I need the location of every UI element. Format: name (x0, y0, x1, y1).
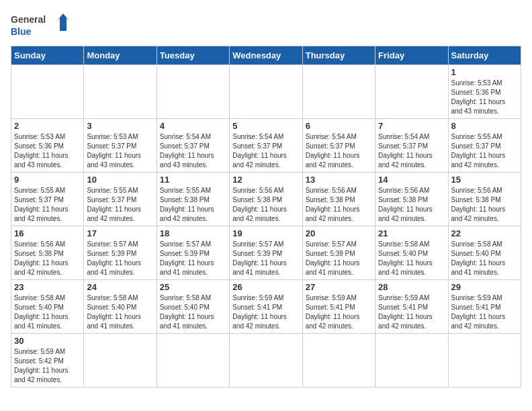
day-cell-19: 19 Sunrise: 5:57 AMSunset: 5:39 PMDaylig… (230, 226, 302, 280)
day-cell-9: 9 Sunrise: 5:55 AMSunset: 5:37 PMDayligh… (11, 173, 84, 226)
day-info: Sunrise: 5:57 AMSunset: 5:39 PMDaylight:… (160, 240, 214, 276)
day-number: 28 (378, 282, 445, 292)
day-number: 16 (14, 228, 81, 238)
day-info: Sunrise: 5:58 AMSunset: 5:40 PMDaylight:… (451, 240, 506, 276)
day-cell-2: 2 Sunrise: 5:53 AMSunset: 5:36 PMDayligh… (11, 119, 84, 173)
day-number: 9 (14, 175, 81, 185)
day-cell-16: 16 Sunrise: 5:56 AMSunset: 5:38 PMDaylig… (11, 226, 84, 280)
day-number: 22 (451, 228, 518, 238)
day-cell-7: 7 Sunrise: 5:54 AMSunset: 5:37 PMDayligh… (375, 119, 448, 173)
empty-cell (157, 65, 229, 119)
day-info: Sunrise: 5:53 AMSunset: 5:37 PMDaylight:… (87, 133, 141, 169)
day-number: 2 (14, 121, 81, 131)
day-number: 17 (87, 228, 153, 238)
header-thursday: Thursday (302, 46, 375, 65)
day-info: Sunrise: 5:56 AMSunset: 5:38 PMDaylight:… (232, 187, 287, 222)
day-info: Sunrise: 5:59 AMSunset: 5:42 PMDaylight:… (14, 348, 69, 383)
header-sunday: Sunday (11, 46, 84, 65)
day-cell-17: 17 Sunrise: 5:57 AMSunset: 5:39 PMDaylig… (84, 226, 157, 280)
weekday-header-row: Sunday Monday Tuesday Wednesday Thursday… (11, 46, 521, 65)
day-number: 13 (306, 175, 372, 185)
day-info: Sunrise: 5:54 AMSunset: 5:37 PMDaylight:… (232, 133, 287, 169)
svg-marker-2 (56, 13, 70, 31)
day-cell-8: 8 Sunrise: 5:55 AMSunset: 5:37 PMDayligh… (448, 119, 521, 173)
day-cell-11: 11 Sunrise: 5:55 AMSunset: 5:38 PMDaylig… (157, 173, 229, 226)
empty-cell (448, 334, 521, 387)
header-friday: Friday (375, 46, 448, 65)
day-info: Sunrise: 5:58 AMSunset: 5:40 PMDaylight:… (160, 294, 214, 330)
day-number: 4 (160, 121, 226, 131)
day-info: Sunrise: 5:54 AMSunset: 5:37 PMDaylight:… (378, 133, 433, 169)
day-info: Sunrise: 5:55 AMSunset: 5:37 PMDaylight:… (87, 187, 141, 222)
day-cell-6: 6 Sunrise: 5:54 AMSunset: 5:37 PMDayligh… (302, 119, 375, 173)
empty-cell (157, 334, 229, 387)
day-info: Sunrise: 5:59 AMSunset: 5:41 PMDaylight:… (451, 294, 506, 330)
day-cell-27: 27 Sunrise: 5:59 AMSunset: 5:41 PMDaylig… (302, 280, 375, 334)
day-info: Sunrise: 5:59 AMSunset: 5:41 PMDaylight:… (378, 294, 433, 330)
empty-cell (375, 65, 448, 119)
day-number: 21 (378, 228, 445, 238)
day-cell-10: 10 Sunrise: 5:55 AMSunset: 5:37 PMDaylig… (84, 173, 157, 226)
day-number: 20 (306, 228, 372, 238)
calendar-row-5: 23 Sunrise: 5:58 AMSunset: 5:40 PMDaylig… (11, 280, 521, 334)
calendar-row-3: 9 Sunrise: 5:55 AMSunset: 5:37 PMDayligh… (11, 173, 521, 226)
header-tuesday: Tuesday (157, 46, 229, 65)
day-info: Sunrise: 5:56 AMSunset: 5:38 PMDaylight:… (378, 187, 433, 222)
header-saturday: Saturday (448, 46, 521, 65)
day-info: Sunrise: 5:58 AMSunset: 5:40 PMDaylight:… (378, 240, 433, 276)
day-cell-23: 23 Sunrise: 5:58 AMSunset: 5:40 PMDaylig… (11, 280, 84, 334)
empty-cell (375, 334, 448, 387)
svg-text:Blue: Blue (11, 26, 32, 37)
day-info: Sunrise: 5:59 AMSunset: 5:41 PMDaylight:… (232, 294, 287, 330)
day-cell-15: 15 Sunrise: 5:56 AMSunset: 5:38 PMDaylig… (448, 173, 521, 226)
day-cell-3: 3 Sunrise: 5:53 AMSunset: 5:37 PMDayligh… (84, 119, 157, 173)
day-number: 7 (378, 121, 445, 131)
day-number: 18 (160, 228, 226, 238)
day-number: 3 (87, 121, 153, 131)
day-number: 25 (160, 282, 226, 292)
empty-cell (11, 65, 84, 119)
day-cell-25: 25 Sunrise: 5:58 AMSunset: 5:40 PMDaylig… (157, 280, 229, 334)
day-cell-4: 4 Sunrise: 5:54 AMSunset: 5:37 PMDayligh… (157, 119, 229, 173)
day-cell-29: 29 Sunrise: 5:59 AMSunset: 5:41 PMDaylig… (448, 280, 521, 334)
calendar-row-6: 30 Sunrise: 5:59 AMSunset: 5:42 PMDaylig… (11, 334, 521, 387)
day-number: 30 (14, 336, 81, 346)
empty-cell (84, 65, 157, 119)
day-info: Sunrise: 5:53 AMSunset: 5:36 PMDaylight:… (14, 133, 69, 169)
day-info: Sunrise: 5:54 AMSunset: 5:37 PMDaylight:… (306, 133, 360, 169)
day-cell-22: 22 Sunrise: 5:58 AMSunset: 5:40 PMDaylig… (448, 226, 521, 280)
empty-cell (230, 334, 302, 387)
day-cell-28: 28 Sunrise: 5:59 AMSunset: 5:41 PMDaylig… (375, 280, 448, 334)
day-info: Sunrise: 5:57 AMSunset: 5:39 PMDaylight:… (232, 240, 287, 276)
day-info: Sunrise: 5:55 AMSunset: 5:37 PMDaylight:… (14, 187, 69, 222)
day-cell-13: 13 Sunrise: 5:56 AMSunset: 5:38 PMDaylig… (302, 173, 375, 226)
day-number: 19 (232, 228, 299, 238)
day-number: 10 (87, 175, 153, 185)
day-cell-18: 18 Sunrise: 5:57 AMSunset: 5:39 PMDaylig… (157, 226, 229, 280)
empty-cell (230, 65, 302, 119)
day-info: Sunrise: 5:56 AMSunset: 5:38 PMDaylight:… (451, 187, 506, 222)
calendar-row-1: 1 Sunrise: 5:53 AMSunset: 5:36 PMDayligh… (11, 65, 521, 119)
day-info: Sunrise: 5:57 AMSunset: 5:39 PMDaylight:… (306, 240, 360, 276)
day-cell-26: 26 Sunrise: 5:59 AMSunset: 5:41 PMDaylig… (230, 280, 302, 334)
day-cell-1: 1 Sunrise: 5:53 AMSunset: 5:36 PMDayligh… (448, 65, 521, 119)
day-info: Sunrise: 5:54 AMSunset: 5:37 PMDaylight:… (160, 133, 214, 169)
svg-text:General: General (11, 14, 46, 25)
day-info: Sunrise: 5:53 AMSunset: 5:36 PMDaylight:… (451, 79, 506, 115)
day-info: Sunrise: 5:59 AMSunset: 5:41 PMDaylight:… (306, 294, 360, 330)
empty-cell (302, 65, 375, 119)
day-info: Sunrise: 5:55 AMSunset: 5:37 PMDaylight:… (451, 133, 506, 169)
header-wednesday: Wednesday (230, 46, 302, 65)
day-number: 5 (232, 121, 299, 131)
day-number: 29 (451, 282, 518, 292)
day-cell-24: 24 Sunrise: 5:58 AMSunset: 5:40 PMDaylig… (84, 280, 157, 334)
day-cell-30: 30 Sunrise: 5:59 AMSunset: 5:42 PMDaylig… (11, 334, 84, 387)
day-number: 6 (306, 121, 372, 131)
page-header: General Blue (11, 11, 521, 39)
day-info: Sunrise: 5:55 AMSunset: 5:38 PMDaylight:… (160, 187, 214, 222)
empty-cell (84, 334, 157, 387)
day-cell-12: 12 Sunrise: 5:56 AMSunset: 5:38 PMDaylig… (230, 173, 302, 226)
day-number: 24 (87, 282, 153, 292)
day-number: 8 (451, 121, 518, 131)
day-number: 11 (160, 175, 226, 185)
